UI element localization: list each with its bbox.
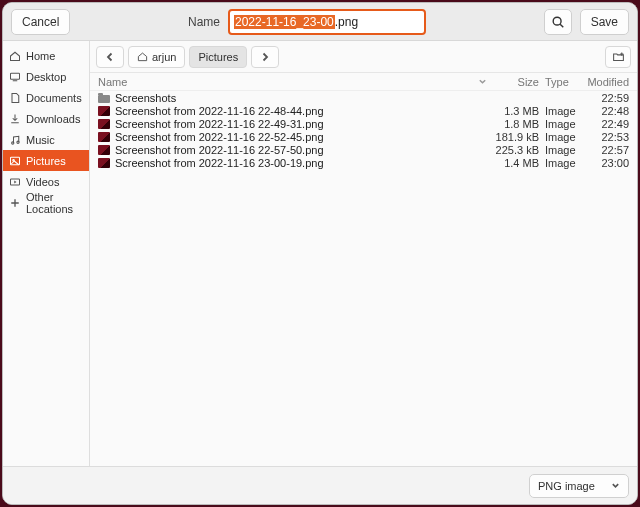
file-row[interactable]: Screenshot from 2022-11-16 22-52-45.png1… [90,130,637,143]
file-type: Image [539,131,581,143]
plus-icon [9,197,21,209]
sidebar-item-label: Downloads [26,113,80,125]
sort-indicator [478,76,487,88]
image-file-icon [98,119,110,129]
sidebar-item-other-locations[interactable]: Other Locations [3,192,89,213]
file-type: Image [539,144,581,156]
folder-icon [98,95,110,103]
content-pane: arjun Pictures Name [90,41,637,466]
footer-bar: PNG image [3,466,637,504]
file-name: Screenshot from 2022-11-16 22-57-50.png [115,144,324,156]
sidebar-item-label: Videos [26,176,59,188]
image-file-icon [98,145,110,155]
save-button[interactable]: Save [580,9,629,35]
search-icon [551,15,565,29]
cancel-button[interactable]: Cancel [11,9,70,35]
file-size: 1.4 MB [491,157,539,169]
sidebar-item-music[interactable]: Music [3,129,89,150]
sidebar: Home Desktop Documents Downloads Music P… [3,41,90,466]
image-file-icon [98,158,110,168]
filetype-select[interactable]: PNG image [529,474,629,498]
file-name: Screenshot from 2022-11-16 22-49-31.png [115,118,324,130]
file-type: Image [539,118,581,130]
folder-row[interactable]: Screenshots22:59 [90,91,637,104]
svg-line-1 [560,24,563,27]
file-name: Screenshot from 2022-11-16 23-00-19.png [115,157,324,169]
file-row[interactable]: Screenshot from 2022-11-16 22-48-44.png1… [90,104,637,117]
path-back-button[interactable] [96,46,124,68]
file-modified: 22:57 [581,144,629,156]
new-folder-icon [612,50,625,63]
sidebar-item-label: Pictures [26,155,66,167]
file-size: 225.3 kB [491,144,539,156]
file-modified: 23:00 [581,157,629,169]
file-row[interactable]: Screenshot from 2022-11-16 22-49-31.png1… [90,117,637,130]
image-file-icon [98,106,110,116]
new-folder-button[interactable] [605,46,631,68]
sidebar-item-pictures[interactable]: Pictures [3,150,89,171]
file-modified: 22:53 [581,131,629,143]
file-name: Screenshot from 2022-11-16 22-52-45.png [115,131,324,143]
chevron-left-icon [105,52,115,62]
chevron-down-icon [478,77,487,86]
file-list[interactable]: Screenshots22:59Screenshot from 2022-11-… [90,91,637,466]
file-name: Screenshots [115,92,176,104]
search-button[interactable] [544,9,572,35]
header-bar: Cancel Name 2022-11-16_23-00.png Save [3,3,637,41]
breadcrumb-label: arjun [152,51,176,63]
file-size: 1.3 MB [491,105,539,117]
column-header-size[interactable]: Size [491,76,539,88]
sidebar-item-label: Desktop [26,71,66,83]
file-modified: 22:59 [581,92,629,104]
path-bar: arjun Pictures [90,41,637,73]
column-header-type[interactable]: Type [539,76,581,88]
file-row[interactable]: Screenshot from 2022-11-16 23-00-19.png1… [90,156,637,169]
path-forward-button[interactable] [251,46,279,68]
column-header-name[interactable]: Name [98,76,491,88]
sidebar-item-label: Documents [26,92,82,104]
file-name: Screenshot from 2022-11-16 22-48-44.png [115,105,324,117]
music-icon [9,134,21,146]
file-modified: 22:49 [581,118,629,130]
chevron-right-icon [260,52,270,62]
downloads-icon [9,113,21,125]
sidebar-item-documents[interactable]: Documents [3,87,89,108]
file-row[interactable]: Screenshot from 2022-11-16 22-57-50.png2… [90,143,637,156]
breadcrumb-home[interactable]: arjun [128,46,185,68]
file-type: Image [539,157,581,169]
sidebar-item-label: Other Locations [26,191,83,215]
pictures-icon [9,155,21,167]
svg-point-0 [553,17,561,25]
file-modified: 22:48 [581,105,629,117]
chevron-down-icon [611,481,620,490]
svg-point-4 [12,141,14,143]
save-dialog: Cancel Name 2022-11-16_23-00.png Save Ho… [2,2,638,505]
svg-point-5 [17,141,19,143]
sidebar-item-desktop[interactable]: Desktop [3,66,89,87]
filename-input[interactable]: 2022-11-16_23-00.png [228,9,426,35]
main-area: Home Desktop Documents Downloads Music P… [3,41,637,466]
image-file-icon [98,132,110,142]
sidebar-item-downloads[interactable]: Downloads [3,108,89,129]
svg-rect-2 [11,73,20,79]
name-label: Name [188,15,220,29]
desktop-icon [9,71,21,83]
filename-extension: .png [335,15,358,29]
file-size: 1.8 MB [491,118,539,130]
sidebar-item-label: Home [26,50,55,62]
sidebar-item-label: Music [26,134,55,146]
documents-icon [9,92,21,104]
sidebar-item-home[interactable]: Home [3,45,89,66]
home-icon [137,51,148,62]
breadcrumb-label: Pictures [198,51,238,63]
home-icon [9,50,21,62]
filetype-label: PNG image [538,480,595,492]
sidebar-item-videos[interactable]: Videos [3,171,89,192]
file-size: 181.9 kB [491,131,539,143]
breadcrumb-current[interactable]: Pictures [189,46,247,68]
file-type: Image [539,105,581,117]
videos-icon [9,176,21,188]
file-list-header: Name Size Type Modified [90,73,637,91]
filename-selected-text: 2022-11-16_23-00 [234,15,335,29]
column-header-modified[interactable]: Modified [581,76,629,88]
